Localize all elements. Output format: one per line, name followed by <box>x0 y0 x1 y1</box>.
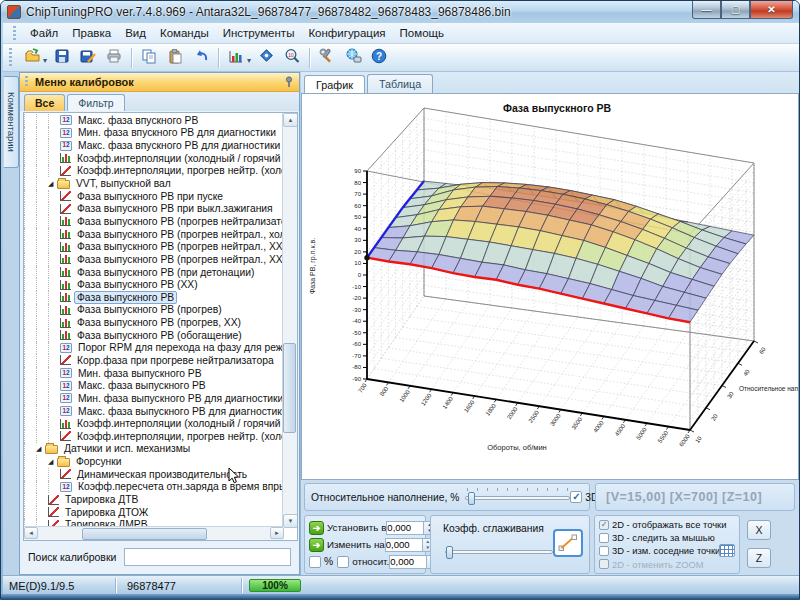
tree-item[interactable]: Фаза выпускного РВ (прогрев нейтрал., ХХ… <box>24 240 282 253</box>
tree-item[interactable]: 12Макс. фаза впускного РВ <box>24 114 282 127</box>
tree-item[interactable]: Коэфф.интерполяции (холодный / горячий ) <box>24 417 282 430</box>
minimize-button[interactable]: — <box>692 1 721 19</box>
tree-item[interactable]: Фаза выпускного РВ при выкл.зажигания <box>24 202 282 215</box>
option-checkbox-0[interactable] <box>599 520 609 530</box>
tree-item[interactable]: 12Порог RPM для перехода на фазу для реж… <box>24 342 282 355</box>
chart-dropdown-icon[interactable]: ▾ <box>247 56 251 65</box>
expander-icon[interactable]: ◢ <box>48 458 57 466</box>
calibration-tab-0[interactable]: Все <box>24 94 65 111</box>
close-button[interactable]: ✕ <box>750 1 793 19</box>
x-axis-button[interactable]: X <box>747 520 771 540</box>
tree-item[interactable]: Коэфф.интерполяции (холодный / горячий ) <box>24 152 282 165</box>
print-button[interactable] <box>101 46 127 70</box>
option-checkbox-1[interactable] <box>599 533 609 543</box>
tree-item[interactable]: Фаза выпускного РВ при пуске <box>24 190 282 203</box>
tree-folder[interactable]: ◢Датчики и исп. механизмы <box>24 443 282 456</box>
tree-item[interactable]: Фаза выпускного РВ (ХХ) <box>24 278 282 291</box>
change-apply-button[interactable]: ➔ <box>309 538 324 552</box>
change-value-input[interactable] <box>385 538 423 552</box>
tree-item[interactable]: Фаза выпускного РВ (обогащение) <box>24 329 282 342</box>
smoothing-apply-button[interactable] <box>553 529 583 557</box>
tree-vertical-scrollbar[interactable]: ▲ ▼ <box>282 113 297 528</box>
scroll-left-icon[interactable]: ◄ <box>24 527 38 539</box>
scroll-down-icon[interactable]: ▼ <box>283 514 298 528</box>
tree-item[interactable]: 12Мин. фаза впускного РВ для диагностики <box>24 127 282 140</box>
open-button[interactable] <box>19 46 45 70</box>
info-diamond-button[interactable] <box>253 46 279 70</box>
tree-hscroll-thumb[interactable] <box>82 528 207 540</box>
tree-folder[interactable]: ◢VVT, выпускной вал <box>24 177 282 190</box>
tree-item[interactable]: Тарировка ДТВ <box>24 493 282 506</box>
calibration-tab-1[interactable]: Фильтр <box>67 94 124 111</box>
tree-item[interactable]: 12Макс. фаза выпускного РВ <box>24 379 282 392</box>
z-axis-button[interactable]: Z <box>747 548 771 568</box>
smoothing-slider-track[interactable] <box>445 550 553 554</box>
3d-checkbox[interactable] <box>570 491 582 503</box>
tree-folder[interactable]: ◢Форсунки <box>24 455 282 468</box>
tree-item[interactable]: Коэфф.интерполяции, прогрев нейтр. (холо… <box>24 165 282 178</box>
web-update-button[interactable] <box>340 46 366 70</box>
tools-button[interactable] <box>314 46 340 70</box>
tree-horizontal-scrollbar[interactable]: ◄ ► <box>24 526 284 540</box>
tree-item[interactable]: 12Коэфф.пересчета отн.заряда в время впр… <box>24 481 282 494</box>
smoothing-slider[interactable] <box>445 542 553 560</box>
load-slider-track[interactable] <box>465 496 570 500</box>
tree-item[interactable]: 12Мин. фаза выпускного РВ <box>24 367 282 380</box>
tree-item[interactable]: Фаза выпускного РВ (прогрев нейтрал., ХХ… <box>24 253 282 266</box>
tree-guide <box>24 405 36 418</box>
curve-chart-icon <box>48 507 59 517</box>
save-button[interactable] <box>49 46 75 70</box>
menu-item-0[interactable]: Файл <box>23 25 65 41</box>
workspace-tab-1[interactable]: Таблица <box>367 74 433 93</box>
scroll-right-icon[interactable]: ► <box>270 527 284 539</box>
load-slider[interactable] <box>465 488 570 506</box>
tree-item[interactable]: Фаза выпускного РВ (прогрев) <box>24 304 282 317</box>
load-slider-thumb[interactable] <box>468 492 475 505</box>
menu-item-1[interactable]: Правка <box>65 25 118 41</box>
set-apply-button[interactable]: ➔ <box>309 521 324 535</box>
tree-item[interactable]: Фаза выпускного РВ <box>24 291 282 304</box>
save-as-button[interactable] <box>75 46 101 70</box>
option-checkbox-2[interactable] <box>599 546 609 556</box>
undo-button[interactable] <box>188 46 214 70</box>
open-dropdown-icon[interactable]: ▾ <box>43 56 47 65</box>
surface-chart[interactable]: -90-80-70-60-50-40-30-20-100102030405060… <box>302 94 798 479</box>
expander-icon[interactable]: ◢ <box>48 180 57 188</box>
menu-item-4[interactable]: Инструменты <box>216 25 302 41</box>
relative-value-input[interactable] <box>389 555 427 569</box>
set-value-input[interactable] <box>386 521 424 535</box>
percent-checkbox[interactable] <box>309 556 321 568</box>
help-button[interactable]: ? <box>366 46 392 70</box>
svg-text:40: 40 <box>354 226 361 232</box>
tree-item[interactable]: 12Макс. фаза впускного РВ для диагностик… <box>24 139 282 152</box>
relative-checkbox[interactable] <box>337 556 349 568</box>
tree-item[interactable]: Фаза выпускного РВ (прогрев нейтрал., хо… <box>24 228 282 241</box>
tree-item[interactable]: Динамическая производительность <box>24 468 282 481</box>
comments-tab[interactable]: Комментарии <box>4 76 19 168</box>
workspace-tab-0[interactable]: График <box>304 75 365 94</box>
tree-item[interactable]: Фаза выпускного РВ (прогрев, ХХ) <box>24 316 282 329</box>
tree-vscroll-thumb[interactable] <box>283 343 296 433</box>
tree-item[interactable]: Тарировка ДТОЖ <box>24 506 282 519</box>
paste-button[interactable] <box>162 46 188 70</box>
maximize-button[interactable]: ▢ <box>721 1 750 19</box>
tree-item[interactable]: Коэфф.интерполяции, прогрев нейтр. (холо… <box>24 430 282 443</box>
scroll-up-icon[interactable]: ▲ <box>283 113 298 127</box>
copy-button[interactable] <box>136 46 162 70</box>
pin-icon[interactable] <box>284 76 294 88</box>
zoom-rpm-button[interactable]: 10 <box>279 46 305 70</box>
expander-icon[interactable]: ◢ <box>36 445 45 453</box>
tree-item[interactable]: Корр.фаза при прогреве нейтрализатора <box>24 354 282 367</box>
search-input[interactable] <box>124 548 291 566</box>
tree-item[interactable]: 12Макс. фаза выпускного РВ для диагности… <box>24 405 282 418</box>
menu-item-2[interactable]: Вид <box>118 25 153 41</box>
tree-item[interactable]: Фаза выпускного РВ (прогрев нейтрализато… <box>24 215 282 228</box>
neighbor-grid-icon[interactable] <box>719 544 735 557</box>
tree-item[interactable]: 12Мин. фаза выпускного РВ для диагностик… <box>24 392 282 405</box>
menu-item-6[interactable]: Помощь <box>393 25 451 41</box>
menu-item-3[interactable]: Команды <box>153 25 216 41</box>
chart-button[interactable] <box>223 46 249 70</box>
tree-item[interactable]: Фаза выпускного РВ (при детонации) <box>24 266 282 279</box>
menu-item-5[interactable]: Конфигурация <box>301 25 392 41</box>
smoothing-slider-thumb[interactable] <box>446 546 453 559</box>
